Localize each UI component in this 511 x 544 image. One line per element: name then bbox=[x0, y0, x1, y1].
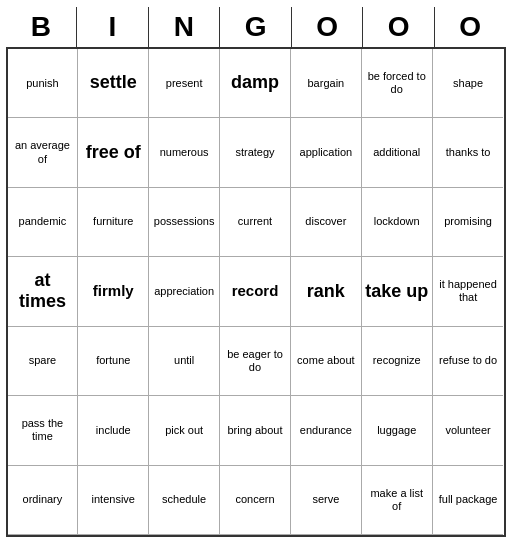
bingo-header: BINGOOO bbox=[6, 7, 506, 49]
cell-0-0: punish bbox=[8, 49, 79, 118]
cell-5-3: bring about bbox=[220, 396, 291, 465]
cell-4-5: recognize bbox=[362, 327, 433, 396]
cell-1-4: application bbox=[291, 118, 362, 187]
header-letter-I: I bbox=[77, 7, 149, 47]
cell-4-0: spare bbox=[8, 327, 79, 396]
cell-3-6: it happened that bbox=[433, 257, 504, 326]
cell-5-1: include bbox=[78, 396, 149, 465]
header-letter-B: B bbox=[6, 7, 78, 47]
cell-6-3: concern bbox=[220, 466, 291, 535]
cell-5-6: volunteer bbox=[433, 396, 504, 465]
cell-3-2: appreciation bbox=[149, 257, 220, 326]
cell-6-4: serve bbox=[291, 466, 362, 535]
bingo-card: BINGOOO punishsettlepresentdampbargainbe… bbox=[6, 7, 506, 537]
cell-2-3: current bbox=[220, 188, 291, 257]
cell-0-5: be forced to do bbox=[362, 49, 433, 118]
cell-3-5: take up bbox=[362, 257, 433, 326]
cell-0-3: damp bbox=[220, 49, 291, 118]
cell-1-2: numerous bbox=[149, 118, 220, 187]
cell-3-3: record bbox=[220, 257, 291, 326]
cell-3-4: rank bbox=[291, 257, 362, 326]
cell-1-0: an average of bbox=[8, 118, 79, 187]
cell-1-3: strategy bbox=[220, 118, 291, 187]
cell-3-0: at times bbox=[8, 257, 79, 326]
cell-6-1: intensive bbox=[78, 466, 149, 535]
cell-4-2: until bbox=[149, 327, 220, 396]
cell-2-0: pandemic bbox=[8, 188, 79, 257]
cell-1-5: additional bbox=[362, 118, 433, 187]
cell-0-6: shape bbox=[433, 49, 504, 118]
cell-1-1: free of bbox=[78, 118, 149, 187]
cell-0-1: settle bbox=[78, 49, 149, 118]
cell-5-5: luggage bbox=[362, 396, 433, 465]
cell-2-5: lockdown bbox=[362, 188, 433, 257]
cell-2-2: possessions bbox=[149, 188, 220, 257]
cell-4-1: fortune bbox=[78, 327, 149, 396]
bingo-grid: punishsettlepresentdampbargainbe forced … bbox=[6, 49, 506, 537]
cell-0-4: bargain bbox=[291, 49, 362, 118]
cell-6-2: schedule bbox=[149, 466, 220, 535]
cell-5-2: pick out bbox=[149, 396, 220, 465]
cell-2-6: promising bbox=[433, 188, 504, 257]
cell-4-3: be eager to do bbox=[220, 327, 291, 396]
header-letter-O: O bbox=[292, 7, 364, 47]
cell-4-6: refuse to do bbox=[433, 327, 504, 396]
cell-2-4: discover bbox=[291, 188, 362, 257]
cell-4-4: come about bbox=[291, 327, 362, 396]
cell-2-1: furniture bbox=[78, 188, 149, 257]
cell-6-6: full package bbox=[433, 466, 504, 535]
cell-0-2: present bbox=[149, 49, 220, 118]
cell-5-4: endurance bbox=[291, 396, 362, 465]
cell-3-1: firmly bbox=[78, 257, 149, 326]
cell-1-6: thanks to bbox=[433, 118, 504, 187]
header-letter-O: O bbox=[363, 7, 435, 47]
header-letter-G: G bbox=[220, 7, 292, 47]
cell-6-5: make a list of bbox=[362, 466, 433, 535]
cell-5-0: pass the time bbox=[8, 396, 79, 465]
header-letter-O: O bbox=[435, 7, 506, 47]
header-letter-N: N bbox=[149, 7, 221, 47]
cell-6-0: ordinary bbox=[8, 466, 79, 535]
